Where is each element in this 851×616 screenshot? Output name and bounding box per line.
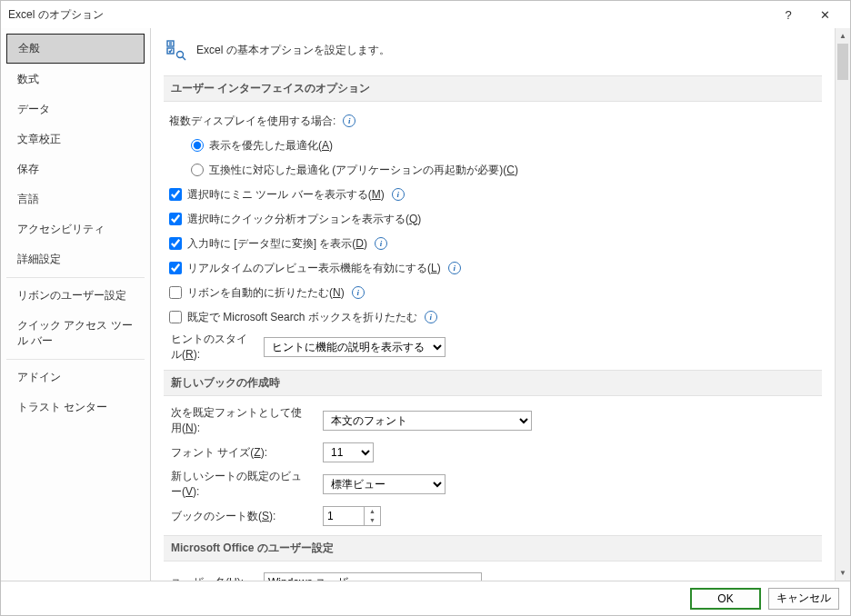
checkbox-collapse-ribbon[interactable]: リボンを自動的に折りたたむ(N) i <box>169 283 822 303</box>
sidebar-item-language[interactable]: 言語 <box>6 185 145 214</box>
sidebar-item-accessibility[interactable]: アクセシビリティ <box>6 215 145 243</box>
window-title: Excel のオプション <box>8 7 770 23</box>
radio-compat-optimized[interactable]: 互換性に対応した最適化 (アプリケーションの再起動が必要)(C) <box>191 160 822 180</box>
dialog-body: 全般 数式 データ 文章校正 保存 言語 アクセシビリティ 詳細設定 リボンのユ… <box>1 28 850 581</box>
section-office-user: Microsoft Office のユーザー設定 <box>164 535 822 561</box>
checkbox-datatype-convert[interactable]: 入力時に [データ型に変換] を表示(D) i <box>169 233 822 253</box>
radio-label: 表示を優先した最適化(A) <box>209 138 333 154</box>
sidebar-item-formulas[interactable]: 数式 <box>6 65 145 94</box>
info-icon[interactable]: i <box>375 237 387 250</box>
default-view-row: 新しいシートの既定のビュー(V): 標準ビュー <box>171 469 822 500</box>
dialog-footer: OK キャンセル <box>1 581 850 615</box>
svg-line-5 <box>183 57 186 61</box>
page-headline: Excel の基本オプションを設定します。 <box>196 43 390 58</box>
font-size-select[interactable]: 11 <box>323 442 374 462</box>
sidebar-item-save[interactable]: 保存 <box>6 155 145 184</box>
sheet-count-spinner[interactable]: ▲ ▼ <box>323 506 381 526</box>
sidebar-item-trust-center[interactable]: トラスト センター <box>6 393 145 422</box>
content-pane: Excel の基本オプションを設定します。 ユーザー インターフェイスのオプショ… <box>151 28 835 581</box>
spinner-down-icon[interactable]: ▼ <box>365 516 380 525</box>
category-sidebar: 全般 数式 データ 文章校正 保存 言語 アクセシビリティ 詳細設定 リボンのユ… <box>1 28 151 581</box>
sidebar-separator <box>6 277 145 278</box>
options-dialog: Excel のオプション ? ✕ 全般 数式 データ 文章校正 保存 言語 アク… <box>0 0 851 616</box>
close-button[interactable]: ✕ <box>806 2 843 27</box>
scroll-down-icon[interactable]: ▼ <box>836 565 850 581</box>
info-icon[interactable]: i <box>392 188 405 201</box>
sheet-count-row: ブックのシート数(S): ▲ ▼ <box>171 504 822 528</box>
checkbox-mini-toolbar[interactable]: 選択時にミニ ツール バーを表示する(M) i <box>169 184 822 204</box>
checkbox-input[interactable] <box>169 311 182 323</box>
radio-input[interactable] <box>191 139 204 152</box>
screentip-label: ヒントのスタイル(R): <box>171 332 253 363</box>
checkbox-live-preview[interactable]: リアルタイムのプレビュー表示機能を有効にする(L) i <box>169 258 822 278</box>
default-view-label: 新しいシートの既定のビュー(V): <box>171 469 312 500</box>
sidebar-separator <box>6 359 145 360</box>
font-size-label: フォント サイズ(Z): <box>171 445 312 461</box>
radio-label: 互換性に対応した最適化 (アプリケーションの再起動が必要)(C) <box>209 163 518 178</box>
sidebar-item-addins[interactable]: アドイン <box>6 363 145 392</box>
checkbox-quick-analysis[interactable]: 選択時にクイック分析オプションを表示する(Q) <box>169 209 822 229</box>
checkbox-input[interactable] <box>169 237 182 250</box>
checkbox-collapse-search[interactable]: 既定で Microsoft Search ボックスを折りたたむ i <box>169 307 822 327</box>
help-button[interactable]: ? <box>770 2 806 27</box>
checkbox-label: リボンを自動的に折りたたむ(N) <box>187 285 345 301</box>
checkbox-input[interactable] <box>169 286 182 299</box>
spinner-up-icon[interactable]: ▲ <box>365 507 380 516</box>
checkbox-label: 選択時にクイック分析オプションを表示する(Q) <box>187 212 421 227</box>
ok-button[interactable]: OK <box>690 588 761 610</box>
checkbox-input[interactable] <box>169 262 182 274</box>
multi-display-label: 複数ディスプレイを使用する場合: i <box>169 111 822 131</box>
info-icon[interactable]: i <box>448 262 461 274</box>
scrollbar-thumb[interactable] <box>837 44 848 80</box>
scroll-up-icon[interactable]: ▲ <box>836 28 850 44</box>
checkbox-input[interactable] <box>169 188 182 201</box>
svg-point-4 <box>177 52 184 58</box>
sheet-count-label: ブックのシート数(S): <box>171 509 312 524</box>
sidebar-item-general[interactable]: 全般 <box>6 34 145 64</box>
section-ui-options: ユーザー インターフェイスのオプション <box>164 75 822 102</box>
info-icon[interactable]: i <box>343 114 355 127</box>
titlebar: Excel のオプション ? ✕ <box>1 1 850 28</box>
svg-rect-0 <box>167 41 174 46</box>
checkbox-label: 選択時にミニ ツール バーを表示する(M) <box>187 187 385 203</box>
page-header: Excel の基本オプションを設定します。 <box>164 37 822 63</box>
checkbox-label: 入力時に [データ型に変換] を表示(D) <box>187 236 367 252</box>
default-view-select[interactable]: 標準ビュー <box>323 474 446 494</box>
default-font-select[interactable]: 本文のフォント <box>323 411 532 431</box>
cancel-button[interactable]: キャンセル <box>768 588 839 610</box>
default-font-row: 次を既定フォントとして使用(N): 本文のフォント <box>171 405 822 436</box>
options-icon <box>164 37 189 63</box>
info-icon[interactable]: i <box>352 286 365 299</box>
info-icon[interactable]: i <box>425 311 437 323</box>
radio-display-optimized[interactable]: 表示を優先した最適化(A) <box>191 135 822 155</box>
checkbox-input[interactable] <box>169 213 182 225</box>
sidebar-item-advanced[interactable]: 詳細設定 <box>6 245 145 273</box>
sidebar-item-data[interactable]: データ <box>6 95 145 124</box>
username-input[interactable] <box>264 572 482 581</box>
radio-input[interactable] <box>191 164 204 176</box>
checkbox-label: リアルタイムのプレビュー表示機能を有効にする(L) <box>187 261 441 276</box>
vertical-scrollbar[interactable]: ▲ ▼ <box>835 28 850 581</box>
checkbox-label: 既定で Microsoft Search ボックスを折りたたむ <box>187 310 417 325</box>
screentip-style-row: ヒントのスタイル(R): ヒントに機能の説明を表示する <box>171 332 822 363</box>
section-new-workbook: 新しいブックの作成時 <box>164 370 822 396</box>
sheet-count-input[interactable] <box>324 507 364 525</box>
sidebar-item-proofing[interactable]: 文章校正 <box>6 125 145 154</box>
label-text: 複数ディスプレイを使用する場合: <box>169 114 335 129</box>
screentip-select[interactable]: ヒントに機能の説明を表示する <box>264 337 446 357</box>
font-size-row: フォント サイズ(Z): 11 <box>171 441 822 464</box>
sidebar-item-customize-ribbon[interactable]: リボンのユーザー設定 <box>6 282 145 310</box>
username-row: ユーザー名(U): <box>171 571 822 581</box>
content-wrap: Excel の基本オプションを設定します。 ユーザー インターフェイスのオプショ… <box>151 28 850 581</box>
sidebar-item-quick-access[interactable]: クイック アクセス ツール バー <box>6 312 145 355</box>
scrollbar-track[interactable] <box>836 44 850 565</box>
default-font-label: 次を既定フォントとして使用(N): <box>171 405 312 436</box>
